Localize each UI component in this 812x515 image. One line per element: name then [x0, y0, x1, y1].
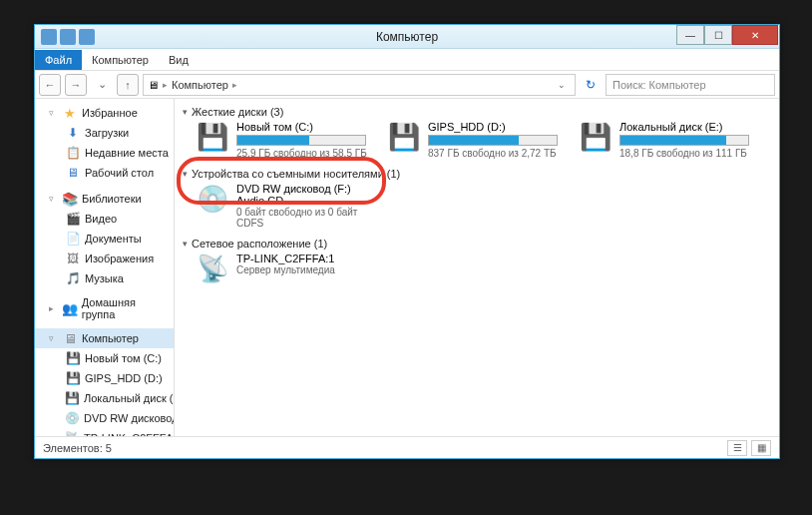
- drive-name: Локальный диск (E:): [619, 121, 749, 133]
- sidebar-libraries-header[interactable]: ▿ 📚 Библиотеки: [35, 189, 174, 209]
- sidebar-item[interactable]: 💿DVD RW дисковод: [35, 408, 174, 428]
- forward-button[interactable]: →: [65, 74, 87, 96]
- sidebar-item[interactable]: 💾GIPS_HDD (D:): [35, 368, 174, 388]
- drive-item[interactable]: 📡 TP-LINK_C2FFFA:1 Сервер мультимедиа: [197, 253, 376, 284]
- qat-icon[interactable]: [60, 29, 76, 45]
- drive-freespace: 18,8 ГБ свободно из 111 ГБ: [619, 148, 749, 159]
- item-label: Изображения: [85, 253, 154, 264]
- drive-icon: 💾: [388, 121, 420, 153]
- chevron-right-icon: ▸: [49, 303, 58, 313]
- close-button[interactable]: ✕: [732, 25, 778, 45]
- item-label: Загрузки: [85, 127, 129, 139]
- tab-computer[interactable]: Компьютер: [82, 50, 159, 70]
- drive-freespace: 837 ГБ свободно из 2,72 ТБ: [428, 148, 558, 159]
- address-bar[interactable]: 🖥 ▸ Компьютер ▸ ⌄: [143, 74, 576, 96]
- navigation-pane: ▿ ★ Избранное ⬇Загрузки📋Недавние места🖥Р…: [35, 99, 175, 436]
- chevron-right-icon: ▸: [163, 80, 168, 90]
- sidebar-item[interactable]: 💾Новый том (C:): [35, 348, 174, 368]
- section-header-removable[interactable]: ▾ Устройства со съемными носителями (1): [183, 165, 771, 183]
- item-icon: 💾: [65, 370, 81, 386]
- quick-access-toolbar: [35, 29, 95, 45]
- chevron-down-icon: ▾: [183, 107, 188, 117]
- item-icon: 🎵: [65, 270, 81, 286]
- chevron-down-icon: ▿: [49, 194, 58, 204]
- homegroup-icon: 👥: [62, 300, 78, 316]
- usage-bar: [428, 135, 558, 146]
- drive-item[interactable]: 💾 Локальный диск (E:) 18,8 ГБ свободно и…: [580, 121, 759, 159]
- item-label: GIPS_HDD (D:): [85, 372, 163, 384]
- breadcrumb-segment[interactable]: Компьютер: [172, 79, 228, 91]
- up-button[interactable]: ↑: [117, 74, 139, 96]
- titlebar: Компьютер — ☐ ✕: [35, 25, 779, 49]
- drive-freespace: Сервер мультимедиа: [236, 264, 335, 275]
- search-input[interactable]: Поиск: Компьютер: [606, 74, 775, 96]
- sidebar-item[interactable]: 🎵Музыка: [35, 268, 174, 288]
- qat-icon[interactable]: [41, 29, 57, 45]
- sidebar-item[interactable]: 📋Недавние места: [35, 143, 174, 163]
- item-icon: ⬇: [65, 125, 81, 141]
- item-icon: 📡: [65, 430, 80, 436]
- item-label: Рабочий стол: [85, 167, 154, 179]
- drive-freespace: 0 байт свободно из 0 байт: [236, 207, 376, 218]
- item-icon: 💾: [65, 390, 80, 406]
- item-label: DVD RW дисковод: [84, 412, 174, 424]
- drive-name: Новый том (C:): [236, 121, 367, 133]
- sidebar-item[interactable]: 🎬Видео: [35, 209, 174, 229]
- drive-freespace: 25,9 ГБ свободно из 58,5 ГБ: [236, 148, 367, 159]
- item-label: Локальный диск (E:): [84, 392, 174, 404]
- drive-name: DVD RW дисковод (F:) Audio CD: [236, 183, 376, 207]
- section-header-hdd[interactable]: ▾ Жесткие диски (3): [183, 103, 771, 121]
- computer-icon: 🖥: [62, 330, 78, 346]
- sidebar-item[interactable]: 📄Документы: [35, 229, 174, 249]
- item-icon: 🎬: [65, 211, 81, 227]
- computer-icon: 🖥: [148, 79, 159, 91]
- refresh-button[interactable]: ↻: [580, 74, 602, 96]
- usage-bar: [236, 135, 366, 146]
- address-dropdown[interactable]: ⌄: [553, 80, 571, 90]
- explorer-window: Компьютер — ☐ ✕ Файл Компьютер Вид ← → ⌄…: [34, 24, 780, 459]
- drive-item[interactable]: 💿 DVD RW дисковод (F:) Audio CD 0 байт с…: [197, 183, 376, 229]
- back-button[interactable]: ←: [39, 74, 61, 96]
- sidebar-item[interactable]: 🖼Изображения: [35, 249, 174, 268]
- usage-bar: [619, 135, 749, 146]
- section-header-network[interactable]: ▾ Сетевое расположение (1): [183, 235, 771, 253]
- drive-name: TP-LINK_C2FFFA:1: [236, 253, 335, 264]
- status-text: Элементов: 5: [43, 442, 112, 454]
- item-icon: 📋: [65, 145, 81, 161]
- maximize-button[interactable]: ☐: [704, 25, 732, 45]
- sidebar-item[interactable]: ⬇Загрузки: [35, 123, 174, 143]
- drive-icon: 💾: [197, 121, 228, 153]
- sidebar-computer-header[interactable]: ▿ 🖥 Компьютер: [35, 328, 174, 348]
- drive-icon: 💿: [197, 183, 228, 215]
- drive-fs: CDFS: [236, 218, 376, 229]
- chevron-down-icon: ▿: [49, 108, 58, 118]
- library-icon: 📚: [62, 191, 78, 207]
- drive-item[interactable]: 💾 GIPS_HDD (D:) 837 ГБ свободно из 2,72 …: [388, 121, 568, 159]
- item-icon: 🖼: [65, 251, 81, 266]
- item-icon: 💿: [65, 410, 80, 426]
- qat-icon[interactable]: [79, 29, 95, 45]
- view-details-button[interactable]: ☰: [727, 440, 747, 456]
- item-icon: 💾: [65, 350, 81, 366]
- chevron-down-icon: ▾: [183, 169, 188, 179]
- tab-view[interactable]: Вид: [159, 50, 199, 70]
- drive-icon: 💾: [580, 121, 611, 153]
- drive-item[interactable]: 💾 Новый том (C:) 25,9 ГБ свободно из 58,…: [197, 121, 376, 159]
- view-tiles-button[interactable]: ▦: [751, 440, 771, 456]
- sidebar-favorites-header[interactable]: ▿ ★ Избранное: [35, 103, 174, 123]
- sidebar-homegroup-header[interactable]: ▸ 👥 Домашняя группа: [35, 294, 174, 322]
- drive-name: GIPS_HDD (D:): [428, 121, 558, 133]
- content-pane: ▾ Жесткие диски (3) 💾 Новый том (C:) 25,…: [175, 99, 779, 436]
- item-label: Музыка: [85, 272, 124, 284]
- address-bar-row: ← → ⌄ ↑ 🖥 ▸ Компьютер ▸ ⌄ ↻ Поиск: Компь…: [35, 71, 779, 99]
- sidebar-item[interactable]: 🖥Рабочий стол: [35, 163, 174, 183]
- sidebar-item[interactable]: 📡TP-LINK_C2FFFA:1: [35, 428, 174, 436]
- drive-icon: 📡: [197, 253, 228, 284]
- tab-file[interactable]: Файл: [35, 50, 82, 70]
- sidebar-item[interactable]: 💾Локальный диск (E:): [35, 388, 174, 408]
- status-bar: Элементов: 5 ☰ ▦: [35, 436, 779, 458]
- recent-dropdown[interactable]: ⌄: [91, 74, 113, 96]
- window-title: Компьютер: [376, 30, 438, 44]
- item-label: TP-LINK_C2FFFA:1: [84, 432, 174, 436]
- minimize-button[interactable]: —: [676, 25, 704, 45]
